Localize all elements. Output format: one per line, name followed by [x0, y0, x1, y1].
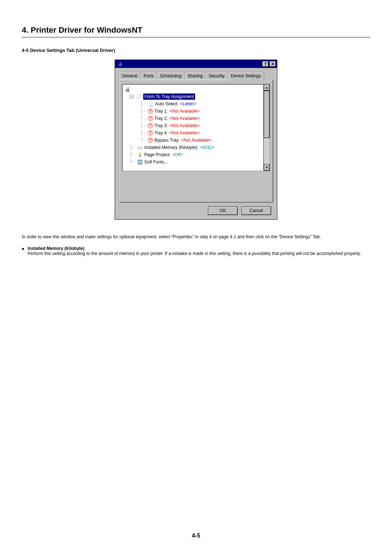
tree-item-value: <Not Available> — [169, 109, 200, 114]
help-button[interactable]: ? — [262, 61, 269, 67]
tree-soft-fonts[interactable]: └· Soft Fonts... — [124, 158, 261, 166]
tree-branch-icon: └· — [130, 159, 135, 165]
tab-strip: General Ports Scheduling Sharing Securit… — [119, 72, 273, 80]
description-paragraph: In order to view this window and make se… — [22, 234, 370, 240]
tree-item-label: Installed Memory (Kilobyte): — [144, 145, 198, 150]
tree-item-value: <Not Available> — [169, 123, 200, 128]
tree-item-label: Page Protect: — [144, 152, 171, 157]
tree-branch-icon: │· — [140, 123, 146, 128]
tree-branch-icon: │· — [140, 109, 146, 114]
tree-branch-icon: │· — [140, 130, 146, 135]
section-title: 4-5 Device Settings Tab (Universal Drive… — [22, 48, 370, 53]
tree-bypass-tray[interactable]: └· Bypass Tray: <Not Available> — [124, 137, 261, 144]
collapse-icon[interactable]: − — [130, 95, 134, 99]
tree-item-label: Soft Fonts... — [144, 159, 168, 165]
memory-icon — [137, 145, 143, 150]
dialog-titlebar: 🖨 ? ✕ — [115, 60, 277, 68]
bullet-heading: Installed Memory (Kilobyte) — [28, 246, 85, 251]
tree-item-label: Auto Select: — [155, 101, 179, 106]
cancel-button[interactable]: Cancel — [241, 206, 271, 215]
tree-item-label: Tray 3: — [154, 123, 168, 128]
chapter-title: 4. Printer Driver for WindowsNT — [22, 25, 370, 35]
scroll-thumb[interactable] — [264, 91, 270, 138]
tree-item-value: <Off> — [172, 152, 183, 157]
bullet-installed-memory: ■ Installed Memory (Kilobyte) Perform th… — [22, 246, 370, 256]
tree-page-protect[interactable]: │· Page Protect: <Off> — [124, 151, 261, 158]
tree-tray-2[interactable]: │· Tray 2: <Not Available> — [124, 115, 261, 122]
ok-button[interactable]: OK — [208, 206, 238, 215]
tab-general[interactable]: General — [119, 72, 141, 80]
tree-item-label: Tray 4: — [154, 130, 168, 135]
page-number: 4-5 — [0, 532, 392, 539]
tree-tray-4[interactable]: │· Tray 4: <Not Available> — [124, 129, 261, 137]
tree-tray-1[interactable]: │· Tray 1: <Not Available> — [124, 108, 261, 115]
tab-security[interactable]: Security — [205, 72, 228, 80]
question-icon — [148, 138, 153, 143]
tree-item-value: <Not Available> — [181, 138, 212, 143]
tree-tray-3[interactable]: │· Tray 3: <Not Available> — [124, 122, 261, 129]
bullet-text: Perform this setting according to the am… — [28, 251, 361, 256]
tree-branch-icon: │· — [140, 101, 146, 106]
tab-device-settings[interactable]: Device Settings — [228, 72, 264, 80]
scroll-up-button[interactable]: ▲ — [264, 84, 270, 91]
tree-item-value: <Not Available> — [169, 116, 200, 121]
tree-item-label: Tray 2: — [154, 116, 168, 121]
close-button[interactable]: ✕ — [269, 61, 276, 67]
question-icon — [148, 130, 153, 135]
tree-scrollbar[interactable]: ▲ ▼ — [264, 84, 270, 171]
question-icon — [148, 123, 153, 128]
tab-ports[interactable]: Ports — [140, 72, 157, 80]
tree-branch-icon: └· — [140, 138, 146, 143]
question-icon — [148, 116, 153, 121]
tab-panel: − Form To Tray Assignment │· Auto Select… — [119, 79, 273, 203]
tree-auto-select[interactable]: │· Auto Select: <Letter> — [124, 100, 261, 108]
tree-item-value: <8192> — [200, 145, 215, 150]
tree-branch-icon: │· — [130, 145, 135, 150]
device-settings-dialog: 🖨 ? ✕ General Ports Scheduling Sharing S… — [115, 60, 277, 220]
font-icon — [137, 159, 143, 165]
scroll-down-button[interactable]: ▼ — [264, 164, 270, 171]
tree-item-value: <Not Available> — [169, 130, 200, 135]
tree-item-label: Tray 1: — [154, 109, 168, 114]
question-icon — [148, 109, 153, 114]
printer-icon — [124, 86, 130, 92]
heading-rule — [22, 37, 370, 37]
scroll-track[interactable] — [264, 91, 270, 164]
tree-item-label: Bypass Tray: — [154, 138, 179, 143]
tree-form-assignment-label: Form To Tray Assignment — [143, 93, 195, 100]
tree-form-assignment[interactable]: − Form To Tray Assignment — [124, 93, 261, 100]
tab-sharing[interactable]: Sharing — [184, 72, 206, 80]
bulb-icon — [137, 152, 143, 158]
form-icon — [136, 94, 142, 100]
tab-scheduling[interactable]: Scheduling — [157, 72, 185, 80]
tree-branch-icon: │· — [140, 116, 146, 121]
square-bullet-icon: ■ — [22, 247, 24, 256]
tree-installed-memory[interactable]: │· Installed Memory (Kilobyte): <8192> — [124, 144, 261, 151]
settings-tree[interactable]: − Form To Tray Assignment │· Auto Select… — [122, 84, 264, 171]
tree-branch-icon: │· — [130, 152, 135, 157]
tree-item-value: <Letter> — [180, 101, 196, 106]
tree-root[interactable] — [124, 86, 261, 93]
document-icon — [148, 101, 154, 107]
printer-icon: 🖨 — [117, 61, 123, 67]
